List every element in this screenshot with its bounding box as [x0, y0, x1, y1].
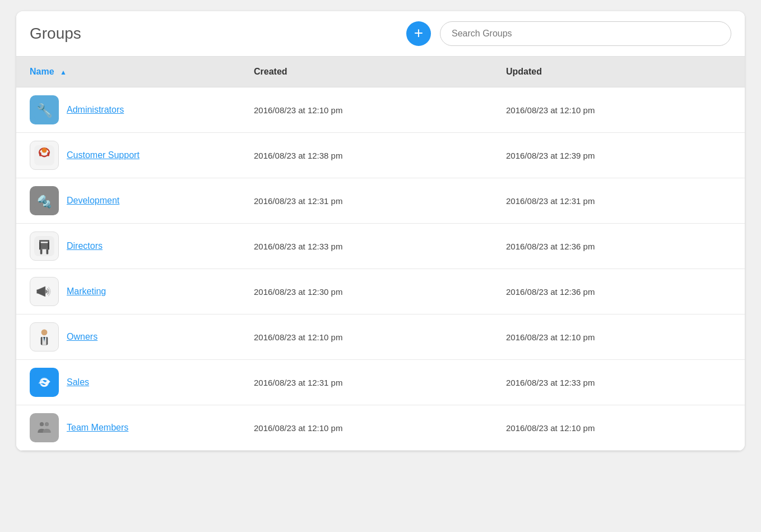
group-name-cell-directors: Directors [16, 224, 240, 269]
search-input[interactable] [440, 21, 731, 46]
table-row: Sales 2016/08/23 at 12:31 pm2016/08/23 a… [16, 360, 745, 405]
group-name-cell-development: 🔩 Development [16, 178, 240, 224]
column-updated: Updated [493, 57, 745, 87]
group-name-link-development[interactable]: Development [67, 196, 119, 206]
group-updated-marketing: 2016/08/23 at 12:36 pm [493, 269, 745, 314]
group-created-marketing: 2016/08/23 at 12:30 pm [240, 269, 493, 314]
groups-container: Groups + Name ▲ Created Updated [16, 11, 745, 451]
group-updated-sales: 2016/08/23 at 12:33 pm [493, 360, 745, 405]
svg-rect-12 [40, 249, 43, 254]
table-row: Owners 2016/08/23 at 12:10 pm2016/08/23 … [16, 314, 745, 360]
table-row: Team Members 2016/08/23 at 12:10 pm2016/… [16, 405, 745, 451]
table-row: Marketing 2016/08/23 at 12:30 pm2016/08/… [16, 269, 745, 314]
group-name-cell-sales: Sales [16, 360, 240, 405]
group-updated-customer-support: 2016/08/23 at 12:39 pm [493, 133, 745, 178]
group-icon-customer-support [30, 141, 59, 170]
group-created-sales: 2016/08/23 at 12:31 pm [240, 360, 493, 405]
groups-table: Name ▲ Created Updated 🔧 [16, 57, 745, 451]
group-name-link-administrators[interactable]: Administrators [67, 105, 124, 115]
group-icon-sales [30, 368, 59, 397]
group-icon-administrators: 🔧 [30, 95, 59, 124]
group-created-administrators: 2016/08/23 at 12:10 pm [240, 87, 493, 133]
group-icon-development: 🔩 [30, 186, 59, 215]
group-icon-owners [30, 322, 59, 351]
column-updated-label: Updated [506, 67, 542, 76]
page-title: Groups [30, 25, 397, 43]
groups-table-wrapper: Name ▲ Created Updated 🔧 [16, 57, 745, 451]
svg-text:🔩: 🔩 [37, 194, 52, 209]
group-created-development: 2016/08/23 at 12:31 pm [240, 178, 493, 224]
svg-rect-5 [47, 152, 49, 156]
group-name-link-team-members[interactable]: Team Members [67, 423, 128, 433]
group-name-cell-customer-support: Customer Support [16, 133, 240, 178]
column-name[interactable]: Name ▲ [16, 57, 240, 87]
svg-point-26 [45, 422, 49, 426]
svg-rect-13 [47, 249, 49, 254]
page-header: Groups + [16, 11, 745, 57]
svg-rect-4 [39, 152, 41, 156]
group-icon-marketing [30, 277, 59, 306]
group-updated-administrators: 2016/08/23 at 12:10 pm [493, 87, 745, 133]
group-name-link-sales[interactable]: Sales [67, 377, 89, 387]
group-created-owners: 2016/08/23 at 12:10 pm [240, 314, 493, 360]
group-name-cell-administrators: 🔧 Administrators [16, 87, 240, 133]
svg-rect-24 [34, 418, 54, 438]
column-created-label: Created [254, 67, 287, 76]
group-name-link-directors[interactable]: Directors [67, 241, 103, 251]
group-name-cell-owners: Owners [16, 314, 240, 360]
table-row: Customer Support 2016/08/23 at 12:38 pm2… [16, 133, 745, 178]
group-updated-development: 2016/08/23 at 12:31 pm [493, 178, 745, 224]
table-row: 🔩 Development 2016/08/23 at 12:31 pm2016… [16, 178, 745, 224]
group-name-cell-team-members: Team Members [16, 405, 240, 451]
group-updated-team-members: 2016/08/23 at 12:10 pm [493, 405, 745, 451]
svg-point-19 [41, 330, 48, 336]
group-created-team-members: 2016/08/23 at 12:10 pm [240, 405, 493, 451]
add-group-button[interactable]: + [406, 21, 431, 46]
svg-rect-10 [39, 240, 49, 242]
svg-point-25 [40, 422, 44, 426]
svg-point-6 [42, 148, 47, 153]
group-updated-owners: 2016/08/23 at 12:10 pm [493, 314, 745, 360]
svg-rect-17 [37, 289, 40, 293]
svg-rect-14 [39, 242, 41, 249]
group-name-link-owners[interactable]: Owners [67, 332, 98, 342]
column-created: Created [240, 57, 493, 87]
svg-text:🔧: 🔧 [36, 103, 53, 118]
table-row: 🔧 Administrators 2016/08/23 at 12:10 pm2… [16, 87, 745, 133]
svg-rect-15 [48, 242, 49, 249]
plus-icon: + [414, 25, 423, 41]
group-name-cell-marketing: Marketing [16, 269, 240, 314]
table-row: Directors 2016/08/23 at 12:33 pm2016/08/… [16, 224, 745, 269]
group-name-link-customer-support[interactable]: Customer Support [67, 150, 140, 160]
table-header-row: Name ▲ Created Updated [16, 57, 745, 87]
group-updated-directors: 2016/08/23 at 12:36 pm [493, 224, 745, 269]
sort-arrow-icon: ▲ [60, 68, 67, 76]
group-icon-directors [30, 232, 59, 261]
group-created-directors: 2016/08/23 at 12:33 pm [240, 224, 493, 269]
group-created-customer-support: 2016/08/23 at 12:38 pm [240, 133, 493, 178]
column-name-label: Name [30, 67, 54, 76]
group-name-link-marketing[interactable]: Marketing [67, 286, 106, 297]
group-icon-team-members [30, 413, 59, 442]
